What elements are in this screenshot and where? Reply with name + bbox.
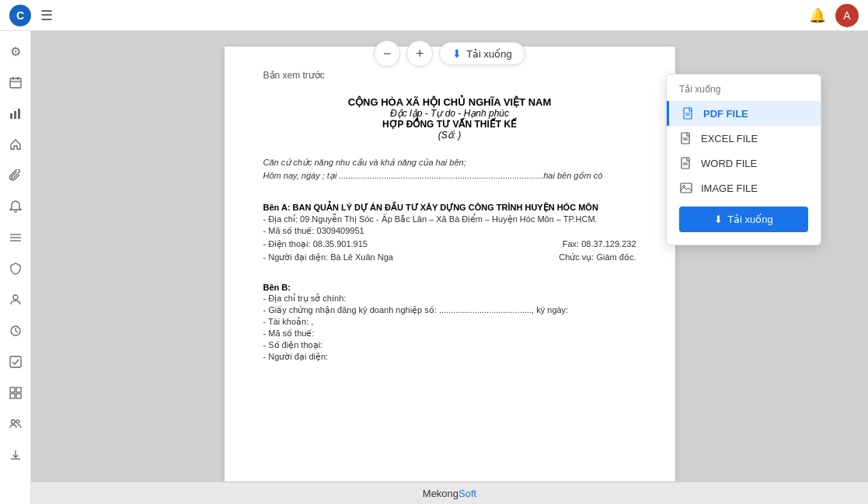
tax-id-line: - Mã số thuế: 0309409951 [263,226,636,236]
download-top-button[interactable]: ⬇ Tải xuống [439,42,525,65]
notification-icon[interactable] [2,193,30,221]
svg-rect-14 [16,388,21,392]
excel-icon [679,132,693,144]
download-action-button[interactable]: ⬇ Tải xuống [679,207,808,232]
svg-rect-16 [16,394,21,398]
svg-rect-13 [10,388,15,392]
zoom-in-button[interactable]: + [406,40,433,67]
sidebar: ⚙ [0,31,31,504]
shield-icon[interactable] [2,255,30,283]
home-icon[interactable] [2,130,30,158]
app-logo: C [9,5,31,26]
content-area: − + ⬇ Tải xuống Bản xem trước CỘNG HÒA X… [31,31,868,504]
check-icon[interactable] [2,348,30,376]
download-action-icon: ⬇ [714,214,723,225]
image-label: IMAGE FILE [701,182,758,194]
position-line: Chức vụ: Giám đốc. [559,252,636,262]
svg-rect-0 [10,78,21,88]
address-line: - Địa chỉ: 09 Nguyễn Thị Sóc - Ấp Bắc Lâ… [263,214,636,224]
document-toolbar: − + ⬇ Tải xuống [31,40,868,67]
tax-id-b-line: - Mã số thuế: [263,328,636,339]
svg-rect-12 [10,356,21,367]
avatar[interactable]: A [835,4,859,27]
footer: MekongSoft [31,482,868,504]
brand-name: Mekong [423,488,458,499]
party-b: Bên B: [263,283,636,292]
svg-rect-6 [18,109,20,119]
svg-point-17 [11,420,15,424]
brand-suffix: Soft [458,488,476,499]
word-label: WORD FILE [701,158,757,169]
attachment-icon[interactable] [2,162,30,189]
rep-position-row: - Người đại diện: Bà Lê Xuân Nga Chức vụ… [263,251,636,264]
menu-icon[interactable]: ☰ [40,7,53,24]
people-icon[interactable] [2,410,30,438]
pdf-label: PDF FILE [703,108,748,120]
account-line: - Tài khoản: , [263,317,636,327]
svg-rect-15 [10,394,15,398]
svg-rect-4 [10,113,12,119]
biz-reg-line: - Giấy chứng nhận đăng ký doanh nghiệp s… [263,305,636,315]
svg-point-18 [16,420,19,423]
dropdown-title: Tải xuống [667,84,821,101]
main-layout: ⚙ [0,31,868,504]
rep-b-line: - Người đại diện: [263,352,636,362]
settings-icon[interactable]: ⚙ [2,37,30,65]
dropdown-item-word[interactable]: WORD FILE [667,151,821,176]
bell-icon[interactable]: 🔔 [809,7,826,24]
download-sidebar-icon[interactable] [2,441,30,469]
topbar: C ☰ 🔔 A [0,0,868,31]
svg-rect-5 [14,111,16,119]
document-page: Bản xem trước CỘNG HÒA XÃ HỘI CHỦ NGHĨA … [225,47,675,481]
hq-line: - Địa chỉ trụ sở chính: [263,294,636,304]
dropdown-item-excel[interactable]: EXCEL FILE [667,126,821,151]
dropdown-item-pdf[interactable]: PDF FILE [667,101,821,126]
doc-subtitle2: HỢP ĐỒNG TƯ VẤN THIẾT KẾ [263,119,636,130]
grid-icon[interactable] [2,379,30,407]
zoom-out-button[interactable]: − [374,40,400,67]
doc-subtitle1: Độc lập - Tự do - Hạnh phúc [263,108,636,119]
calendar-icon[interactable] [2,68,30,96]
excel-label: EXCEL FILE [701,133,758,144]
doc-text1: Căn cứ chức năng nhu cầu và khả năng của… [263,158,636,168]
phone-fax-row: - Điện thoại: 08.35.901.915 Fax: 08.37.1… [263,238,636,251]
dropdown-item-image[interactable]: IMAGE FILE [667,176,821,200]
pdf-icon [682,107,695,120]
doc-subtitle3: (Số: ) [263,130,636,141]
doc-text2: Hôm nay, ngày ; tại ....................… [263,171,636,181]
preview-label: Bản xem trước [263,70,636,81]
svg-rect-28 [681,183,692,193]
download-icon: ⬇ [452,47,462,60]
phone-b-line: - Số điện thoại: [263,340,636,350]
party-a: Bên A: BAN QUẢN LÝ DỰ ÁN ĐẦU TƯ XÂY DỰNG… [263,203,636,213]
doc-title: CỘNG HÒA XÃ HỘI CHỦ NGHĨA VIỆT NAM [263,96,636,108]
svg-point-10 [13,295,18,300]
chart-icon[interactable] [2,99,30,127]
fax-line: Fax: 08.37.129.232 [563,239,636,249]
phone-line: - Điện thoại: 08.35.901.915 [263,239,368,249]
download-dropdown: Tải xuống PDF FILE EXCEL FILE WORD FILE [666,74,821,245]
clock-icon[interactable] [2,317,30,345]
image-icon [679,182,693,194]
list-icon[interactable] [2,224,30,252]
user-star-icon[interactable] [2,286,30,314]
word-icon [679,157,693,169]
rep-line: - Người đại diện: Bà Lê Xuân Nga [263,252,393,262]
